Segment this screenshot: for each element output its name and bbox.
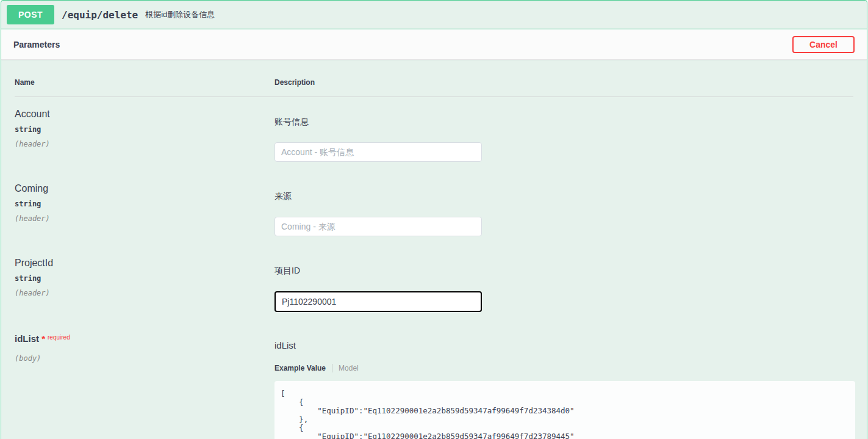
tab-example-value[interactable]: Example Value (274, 364, 332, 372)
param-row-account: Account string (header) 账号信息 (15, 97, 853, 162)
endpoint-summary: 根据id删除设备信息 (145, 9, 215, 20)
param-name: ProjectId (15, 258, 274, 269)
param-row-idlist: idList *required (body) idList Example V… (15, 322, 853, 439)
operation-summary-bar[interactable]: POST /equip/delete 根据id删除设备信息 (1, 1, 867, 29)
param-type: string (15, 200, 274, 208)
param-name-cell: Account string (header) (15, 109, 274, 162)
required-asterisk: * (41, 333, 45, 344)
account-input[interactable] (274, 142, 482, 162)
param-description: 来源 (274, 191, 853, 202)
param-name-text: idList (15, 333, 39, 344)
parameters-title: Parameters (13, 40, 60, 49)
param-type: string (15, 125, 274, 134)
param-name: idList *required (15, 333, 274, 344)
projectid-input[interactable] (274, 291, 482, 312)
param-location: (header) (15, 289, 274, 297)
param-description: 项目ID (274, 266, 853, 277)
param-name-cell: idList *required (body) (15, 333, 274, 439)
tab-model[interactable]: Model (332, 364, 359, 372)
param-name: Account (15, 109, 274, 120)
coming-input[interactable] (274, 217, 482, 236)
param-type: string (15, 274, 274, 283)
param-description-cell: 账号信息 (274, 109, 853, 162)
cancel-button[interactable]: Cancel (792, 36, 855, 53)
param-name: Coming (15, 183, 274, 194)
name-column-header: Name (15, 78, 274, 87)
param-name-cell: ProjectId string (header) (15, 258, 274, 312)
param-description: 账号信息 (274, 117, 853, 128)
body-param-description: idList (274, 340, 855, 350)
parameters-section-header: Parameters Cancel (1, 29, 867, 60)
required-label: required (48, 334, 70, 341)
param-description-cell: 项目ID (274, 258, 853, 312)
param-name-cell: Coming string (header) (15, 183, 274, 236)
param-description-cell: 来源 (274, 183, 853, 236)
endpoint-path: /equip/delete (62, 9, 138, 21)
parameters-table: Name Description Account string (header)… (1, 60, 867, 439)
description-column-header: Description (274, 78, 853, 87)
param-location: (header) (15, 140, 274, 148)
model-example-tabs: Example Value Model (274, 364, 855, 372)
parameters-table-header: Name Description (15, 78, 853, 97)
param-row-projectid: ProjectId string (header) 项目ID (15, 246, 853, 312)
param-location: (header) (15, 214, 274, 223)
operation-block-post: POST /equip/delete 根据id删除设备信息 Parameters… (1, 0, 867, 439)
method-badge: POST (7, 5, 54, 24)
param-location: (body) (15, 354, 274, 363)
param-row-coming: Coming string (header) 来源 (15, 172, 853, 236)
example-value-block[interactable]: [ { "EquipID":"Eq1102290001e2a2b859d5934… (274, 381, 855, 439)
param-description-cell: idList Example Value Model [ { "EquipID"… (274, 333, 855, 439)
example-json: [ { "EquipID":"Eq1102290001e2a2b859d5934… (281, 390, 849, 439)
